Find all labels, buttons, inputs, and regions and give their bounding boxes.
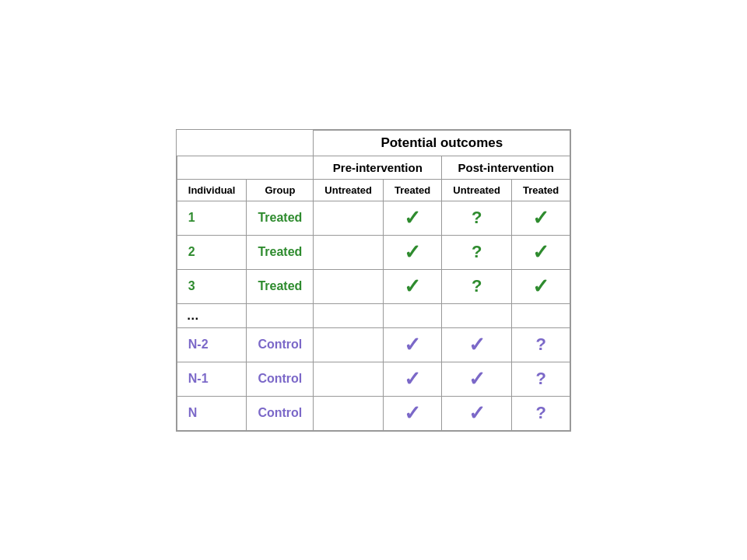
table-row: N Control ✓ ✓ ?: [177, 396, 570, 430]
col-post-untreated: Untreated: [442, 179, 512, 201]
check-icon: ✓: [404, 367, 421, 390]
table-row: 2 Treated ✓ ? ✓: [177, 235, 570, 269]
table-row: N-2 Control ✓ ✓ ?: [177, 327, 570, 362]
check-icon: ✓: [532, 206, 549, 229]
col-pre-untreated: Untreated: [314, 179, 384, 201]
pre-intervention-header: Pre-intervention: [314, 156, 442, 179]
ellipsis-row: …: [177, 303, 570, 327]
check-icon: ✓: [404, 206, 421, 229]
check-icon: ✓: [468, 401, 486, 425]
question-mark: ?: [535, 369, 545, 388]
check-icon: ✓: [468, 333, 486, 356]
question-mark: ?: [535, 403, 545, 422]
col-pre-treated: Treated: [384, 179, 442, 201]
table-title: Potential outcomes: [314, 130, 570, 156]
col-post-treated: Treated: [511, 179, 570, 201]
check-icon: ✓: [404, 401, 421, 425]
table-row: N-1 Control ✓ ✓ ?: [177, 362, 570, 396]
check-icon: ✓: [404, 275, 421, 298]
main-table-container: Potential outcomes Pre-intervention Post…: [176, 129, 571, 432]
post-intervention-header: Post-intervention: [442, 156, 570, 179]
table-row: 1 Treated ✓ ? ✓: [177, 201, 570, 235]
col-group: Group: [247, 179, 314, 201]
check-icon: ✓: [532, 240, 549, 264]
question-mark: ?: [472, 208, 482, 227]
question-mark: ?: [535, 334, 545, 354]
check-icon: ✓: [404, 240, 421, 264]
check-icon: ✓: [404, 333, 421, 356]
check-icon: ✓: [532, 275, 549, 298]
question-mark: ?: [472, 276, 482, 296]
question-mark: ?: [472, 242, 482, 261]
check-icon: ✓: [468, 367, 486, 390]
table-row: 3 Treated ✓ ? ✓: [177, 269, 570, 303]
potential-outcomes-table: Potential outcomes Pre-intervention Post…: [177, 130, 570, 431]
col-individual: Individual: [177, 179, 247, 201]
